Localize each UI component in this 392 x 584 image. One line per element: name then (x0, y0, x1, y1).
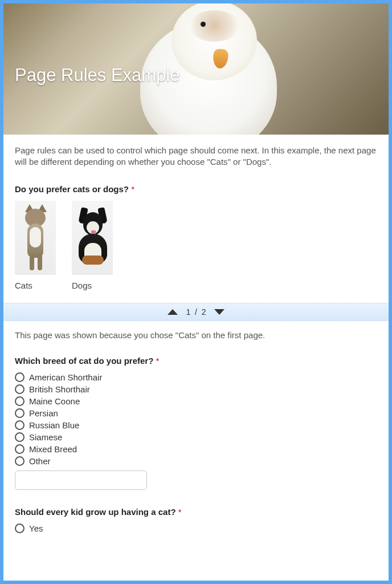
radio-icon (15, 456, 24, 466)
required-asterisk: * (156, 356, 160, 366)
radio-icon (15, 372, 24, 382)
radio-icon (15, 396, 24, 406)
required-asterisk: * (131, 184, 134, 194)
q3-options: Yes (15, 524, 377, 533)
radio-icon (15, 444, 24, 454)
radio-icon (15, 420, 24, 430)
q2-option[interactable]: Maine Coone (15, 396, 377, 406)
q1-option-dogs[interactable]: Dogs (72, 201, 113, 290)
q3-text: Should every kid grow up having a cat? (15, 507, 176, 517)
page-current: 1 (186, 307, 190, 317)
q2-option-label: American Shorthair (29, 372, 102, 382)
q3-label: Should every kid grow up having a cat? * (15, 507, 377, 517)
hero-banner: Page Rules Example (3, 3, 389, 135)
q2-option-label: Maine Coone (29, 396, 80, 406)
page-2: This page was shown because you chose "C… (3, 321, 389, 581)
page-indicator: 1 / 2 (186, 307, 206, 317)
q1-option-label: Cats (15, 281, 56, 290)
q2-option[interactable]: Russian Blue (15, 420, 377, 430)
q2-option[interactable]: Siamese (15, 432, 377, 442)
q2-option-label: Siamese (29, 432, 62, 442)
q2-option-label: Mixed Breed (29, 444, 77, 454)
q2-option-label: Russian Blue (29, 420, 79, 430)
q2-text: Which breed of cat do you prefer? (15, 356, 153, 366)
radio-icon (15, 432, 24, 442)
q2-option[interactable]: British Shorthair (15, 384, 377, 394)
q1-option-label: Dogs (72, 281, 113, 290)
q2-options: American Shorthair British Shorthair Mai… (15, 372, 377, 466)
page-1-intro: Page rules can be used to control which … (15, 145, 377, 168)
q2-option[interactable]: Persian (15, 408, 377, 418)
page-1: Page rules can be used to control which … (3, 135, 389, 303)
cat-image (15, 201, 56, 275)
page-total: 2 (202, 307, 206, 317)
form-title: Page Rules Example (15, 65, 180, 86)
q2-option-label: British Shorthair (29, 384, 90, 394)
form-viewport: Page Rules Example Page rules can be use… (0, 0, 392, 584)
prev-page-icon[interactable] (168, 309, 178, 315)
page-2-explain: This page was shown because you chose "C… (15, 330, 377, 340)
q2-option[interactable]: American Shorthair (15, 372, 377, 382)
q2-option[interactable]: Other (15, 456, 377, 466)
q2-other-input[interactable] (15, 471, 147, 490)
radio-icon (15, 524, 24, 533)
q3-option[interactable]: Yes (15, 524, 377, 533)
page-nav: 1 / 2 (3, 303, 389, 321)
q1-label: Do you prefer cats or dogs? * (15, 184, 377, 194)
radio-icon (15, 384, 24, 394)
page-sep: / (195, 307, 197, 317)
dog-image (72, 201, 113, 275)
q2-option-label: Persian (29, 408, 58, 418)
radio-icon (15, 408, 24, 418)
q1-text: Do you prefer cats or dogs? (15, 184, 129, 194)
required-asterisk: * (178, 507, 182, 517)
q2-label: Which breed of cat do you prefer? * (15, 356, 377, 366)
q1-option-cats[interactable]: Cats (15, 201, 56, 290)
q2-option-label: Other (29, 456, 51, 466)
q2-option[interactable]: Mixed Breed (15, 444, 377, 454)
q3-option-label: Yes (29, 524, 43, 533)
next-page-icon[interactable] (214, 309, 224, 315)
q1-options: Cats Dogs (15, 201, 377, 290)
